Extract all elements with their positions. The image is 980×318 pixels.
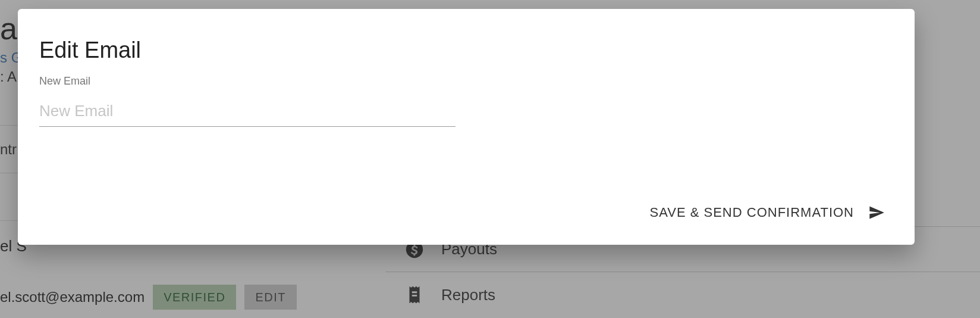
edit-email-dialog: Edit Email New Email SAVE & SEND CONFIRM… <box>18 9 915 245</box>
save-send-label: SAVE & SEND CONFIRMATION <box>650 205 854 220</box>
dialog-actions: SAVE & SEND CONFIRMATION <box>39 197 893 228</box>
new-email-input[interactable] <box>39 98 456 127</box>
send-icon <box>868 204 885 221</box>
save-send-confirmation-button[interactable]: SAVE & SEND CONFIRMATION <box>642 197 893 228</box>
new-email-label: New Email <box>39 75 893 88</box>
dialog-title: Edit Email <box>39 38 893 63</box>
